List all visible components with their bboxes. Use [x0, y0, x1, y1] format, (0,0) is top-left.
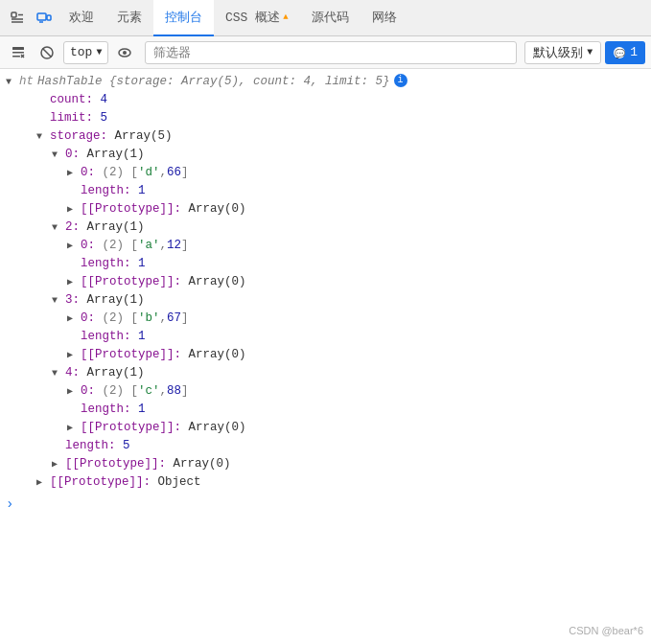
prop-value: 1: [138, 402, 146, 418]
inspect-icon[interactable]: [4, 5, 31, 32]
prop-value: Array(5): [115, 128, 173, 145]
svg-rect-7: [12, 47, 24, 50]
toggle-arrow[interactable]: [67, 165, 79, 181]
svg-rect-4: [37, 13, 46, 20]
console-line: 4: Array(1): [0, 364, 651, 382]
tab-network[interactable]: 网络: [360, 0, 408, 36]
block-icon[interactable]: [35, 40, 59, 65]
console-line: ht HashTable {storage: Array(5), count: …: [0, 73, 651, 91]
console-input-line: ›: [0, 495, 651, 514]
toggle-arrow[interactable]: [52, 456, 63, 472]
prop-key: 0:: [81, 165, 95, 181]
prop-value: Array(0): [189, 201, 246, 218]
tab-console[interactable]: 控制台: [153, 0, 214, 36]
console-line: 3: Array(1): [0, 291, 651, 310]
prop-key: length:: [81, 329, 131, 345]
prop-key: length:: [65, 438, 116, 454]
console-line: 0: (2) ['c', 88]: [0, 382, 651, 401]
toggle-arrow[interactable]: [67, 310, 79, 327]
console-line: [[Prototype]]: Array(0): [0, 455, 651, 473]
svg-rect-8: [12, 52, 24, 54]
prop-value: Array(1): [87, 365, 145, 381]
log-level-dropdown[interactable]: 默认级别 ▼: [524, 41, 601, 64]
console-line: 0: (2) ['d', 66]: [0, 164, 651, 182]
console-line: length: 5: [0, 437, 651, 455]
tab-elements[interactable]: 元素: [105, 0, 153, 36]
console-line: [[Prototype]]: Array(0): [0, 419, 651, 437]
tab-css[interactable]: CSS 概述: [214, 0, 300, 36]
toggle-arrow[interactable]: [52, 147, 63, 163]
svg-point-15: [123, 51, 127, 55]
prop-key: storage:: [50, 128, 107, 145]
filter-input[interactable]: [145, 41, 517, 64]
prop-key: [[Prototype]]:: [81, 201, 181, 218]
console-line: 2: Array(1): [0, 218, 651, 237]
ht-label: ht: [19, 74, 34, 90]
issue-badge[interactable]: 💬 1: [605, 41, 645, 64]
object-preview: HashTable {storage: Array(5), count: 4, …: [37, 74, 390, 90]
console-line: [[Prototype]]: Array(0): [0, 273, 651, 291]
prop-key: [[Prototype]]:: [81, 347, 181, 363]
svg-rect-0: [12, 12, 16, 17]
prop-key: 0:: [81, 310, 95, 327]
prop-value: Array(0): [189, 274, 246, 290]
prop-key: 3:: [65, 292, 80, 309]
svg-rect-5: [47, 15, 51, 20]
toolbar: top ▼ 默认级别 ▼ 💬 1: [0, 36, 651, 69]
toggle-arrow[interactable]: [52, 292, 63, 309]
prop-value: 'd': [138, 165, 160, 181]
console-caret: ›: [6, 496, 13, 513]
prop-key: count:: [50, 92, 93, 108]
toggle-arrow[interactable]: [67, 238, 79, 254]
prop-key: 0:: [65, 147, 80, 163]
console-line: limit: 5: [0, 109, 651, 127]
svg-text:💬: 💬: [615, 48, 626, 59]
prop-value: 1: [138, 329, 146, 345]
console-line: count: 4: [0, 91, 651, 109]
prop-key: length:: [81, 402, 131, 418]
prop-key: [[Prototype]]:: [81, 420, 181, 436]
toggle-arrow[interactable]: [67, 383, 79, 400]
device-icon[interactable]: [31, 5, 58, 32]
tab-welcome[interactable]: 欢迎: [58, 0, 105, 36]
console-line: length: 1: [0, 328, 651, 346]
console-line: 0: (2) ['b', 67]: [0, 310, 651, 328]
prop-key: length:: [81, 183, 131, 199]
prop-key: length:: [81, 256, 131, 272]
toggle-arrow[interactable]: [36, 128, 48, 145]
toggle-arrow[interactable]: [52, 219, 63, 236]
console-line: 0: Array(1): [0, 146, 651, 164]
prop-value: Object: [158, 474, 201, 491]
prop-value: (2) [: [103, 165, 139, 181]
console-output: ht HashTable {storage: Array(5), count: …: [0, 69, 651, 644]
tab-sources[interactable]: 源代码: [300, 0, 360, 36]
toggle-arrow[interactable]: [67, 420, 79, 436]
console-line: [[Prototype]]: Object: [0, 473, 651, 492]
info-icon[interactable]: i: [394, 74, 407, 87]
toggle-arrow[interactable]: [67, 347, 79, 363]
prop-value: Array(1): [87, 219, 145, 236]
prop-key: 0:: [81, 238, 95, 254]
toggle-arrow[interactable]: [52, 365, 63, 381]
console-line: storage: Array(5): [0, 127, 651, 146]
console-line: 0: (2) ['a', 12]: [0, 237, 651, 255]
clear-console-button[interactable]: [6, 40, 31, 65]
prop-value: 4: [101, 92, 108, 108]
prop-value: Array(0): [189, 420, 246, 436]
tab-bar: 欢迎 元素 控制台 CSS 概述 源代码 网络: [0, 0, 651, 36]
svg-rect-9: [12, 56, 20, 58]
context-selector[interactable]: top ▼: [63, 41, 108, 64]
toggle-arrow[interactable]: [36, 474, 48, 491]
console-line: length: 1: [0, 401, 651, 419]
prop-value: 5: [101, 110, 108, 126]
toggle-arrow[interactable]: [67, 201, 79, 218]
prop-key: 4:: [65, 365, 80, 381]
toggle-arrow[interactable]: [67, 274, 79, 290]
eye-icon[interactable]: [112, 40, 137, 65]
prop-value: Array(0): [174, 456, 231, 472]
toggle-arrow[interactable]: [6, 74, 17, 90]
console-line: [[Prototype]]: Array(0): [0, 200, 651, 218]
prop-key: 0:: [81, 383, 95, 400]
prop-key: [[Prototype]]:: [50, 474, 151, 491]
prop-key: [[Prototype]]:: [81, 274, 181, 290]
